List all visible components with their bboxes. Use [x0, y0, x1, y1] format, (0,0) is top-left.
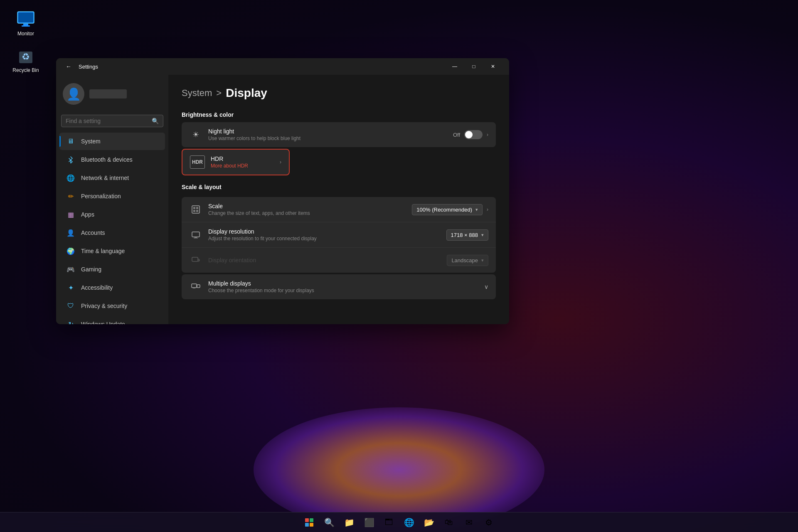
window-title: Settings	[79, 64, 98, 70]
search-icon: 🔍	[152, 118, 159, 124]
desktop-icon-monitor[interactable]: Monitor	[9, 9, 42, 37]
recycle-label: Recycle Bin	[12, 67, 39, 73]
resolution-control: 1718 × 888 ▾	[446, 229, 488, 241]
taskbar-widgets[interactable]: 🗔	[380, 513, 398, 532]
orientation-dropdown[interactable]: Landscape ▾	[447, 255, 488, 266]
sidebar-item-time[interactable]: 🌍 Time & language	[59, 242, 165, 260]
maximize-button[interactable]: □	[464, 60, 483, 73]
orientation-control: Landscape ▾	[447, 255, 488, 266]
svg-text:♻: ♻	[22, 52, 30, 62]
breadcrumb-row: System > Display	[182, 86, 496, 100]
personalization-icon: ✏	[66, 192, 75, 201]
title-bar: ← Settings — □ ✕	[56, 58, 509, 75]
multiple-displays-expand-icon: ∨	[484, 283, 488, 290]
taskbar: 🔍 📁 ⬛ 🗔 🌐 📂 🛍 ✉ ⚙	[0, 512, 798, 532]
taskbar-search[interactable]: 🔍	[320, 513, 338, 532]
window-body: 👤 🔍 🖥 System Bluetooth & d	[56, 75, 509, 324]
resolution-dropdown[interactable]: 1718 × 888 ▾	[446, 229, 488, 241]
gaming-icon: 🎮	[66, 265, 75, 274]
orientation-text: Display orientation	[208, 257, 441, 264]
sidebar-item-accounts[interactable]: 👤 Accounts	[59, 224, 165, 241]
scale-title: Scale	[208, 203, 406, 209]
toggle-thumb	[465, 131, 473, 138]
taskbar-settings[interactable]: ⚙	[480, 513, 498, 532]
scale-text: Scale Change the size of text, apps, and…	[208, 203, 406, 216]
username-block	[89, 89, 127, 99]
mail-icon: ✉	[466, 517, 473, 527]
svg-rect-15	[192, 284, 197, 288]
svg-rect-8	[196, 207, 198, 209]
sidebar-item-network[interactable]: 🌐 Network & internet	[59, 169, 165, 187]
accessibility-icon: ✦	[66, 283, 75, 292]
resolution-dropdown-chevron: ▾	[481, 232, 484, 238]
close-button[interactable]: ✕	[483, 60, 502, 73]
night-light-row[interactable]: ☀ Night light Use warmer colors to help …	[182, 122, 496, 147]
explorer-icon: 📂	[424, 517, 434, 527]
night-light-title: Night light	[208, 128, 447, 135]
sidebar-item-privacy[interactable]: 🛡 Privacy & security	[59, 297, 165, 315]
sidebar-label-windows-update: Windows Update	[81, 321, 125, 324]
svg-rect-11	[192, 232, 200, 237]
minimize-button[interactable]: —	[445, 60, 464, 73]
scale-icon	[189, 203, 202, 216]
hdr-row[interactable]: HDR HDR More about HDR ›	[182, 150, 289, 175]
page-header: System > Display	[182, 86, 496, 100]
resolution-title: Display resolution	[208, 228, 441, 235]
sidebar-item-accessibility[interactable]: ✦ Accessibility	[59, 279, 165, 296]
breadcrumb-system: System	[182, 88, 212, 99]
recycle-icon: ♻	[16, 46, 36, 66]
multiple-displays-card: Multiple displays Choose the presentatio…	[182, 274, 496, 299]
windows-icon	[305, 518, 313, 527]
start-button[interactable]	[300, 513, 318, 532]
back-button[interactable]: ←	[63, 61, 74, 72]
taskbar-mail[interactable]: ✉	[460, 513, 478, 532]
taskbar-store[interactable]: 🛍	[440, 513, 458, 532]
night-light-control: Off ›	[453, 130, 488, 139]
title-bar-left: ← Settings	[63, 61, 98, 72]
svg-rect-12	[195, 237, 197, 238]
search-icon-taskbar: 🔍	[324, 517, 335, 527]
svg-rect-16	[193, 288, 195, 288]
system-icon: 🖥	[66, 137, 75, 146]
svg-rect-7	[193, 207, 195, 209]
svg-rect-9	[193, 210, 195, 212]
hdr-text: HDR More about HDR	[211, 155, 274, 169]
search-input[interactable]	[66, 118, 148, 124]
scale-row[interactable]: Scale Change the size of text, apps, and…	[182, 197, 496, 222]
taskbar-explorer[interactable]: 📂	[420, 513, 438, 532]
sidebar-item-bluetooth[interactable]: Bluetooth & devices	[59, 151, 165, 168]
sidebar-item-system[interactable]: 🖥 System	[59, 133, 165, 150]
orientation-row[interactable]: Display orientation Landscape ▾	[182, 248, 496, 273]
night-light-chevron: ›	[487, 132, 488, 138]
sidebar-item-apps[interactable]: ▦ Apps	[59, 206, 165, 223]
taskbar-taskview[interactable]: ⬛	[360, 513, 378, 532]
svg-rect-17	[197, 285, 200, 288]
taskview-icon: ⬛	[364, 517, 374, 527]
sidebar-label-system: System	[81, 138, 101, 145]
multiple-displays-text: Multiple displays Choose the presentatio…	[208, 280, 478, 293]
hdr-control: ›	[280, 159, 281, 165]
taskbar-edge[interactable]: 🌐	[400, 513, 418, 532]
night-light-subtitle: Use warmer colors to help block blue lig…	[208, 135, 447, 141]
svg-rect-1	[18, 12, 33, 22]
resolution-value: 1718 × 888	[451, 232, 478, 238]
accounts-icon: 👤	[66, 228, 75, 237]
scale-dropdown[interactable]: 100% (Recommended) ▾	[412, 204, 483, 215]
multiple-displays-row[interactable]: Multiple displays Choose the presentatio…	[182, 274, 496, 299]
svg-rect-13	[194, 238, 198, 239]
sidebar-label-apps: Apps	[81, 211, 94, 218]
sidebar-item-personalization[interactable]: ✏ Personalization	[59, 187, 165, 205]
desktop-icon-recycle[interactable]: ♻ Recycle Bin	[9, 46, 42, 73]
taskbar-files[interactable]: 📁	[340, 513, 358, 532]
settings-window: ← Settings — □ ✕ 👤 🔍	[56, 58, 509, 324]
avatar: 👤	[63, 83, 84, 105]
resolution-row[interactable]: Display resolution Adjust the resolution…	[182, 222, 496, 248]
sidebar-item-gaming[interactable]: 🎮 Gaming	[59, 261, 165, 278]
time-icon: 🌍	[66, 246, 75, 256]
night-light-toggle[interactable]	[464, 130, 483, 139]
windows-update-icon: ↻	[66, 320, 75, 324]
sidebar-item-windows-update[interactable]: ↻ Windows Update	[59, 315, 165, 324]
hdr-card[interactable]: HDR HDR More about HDR ›	[182, 149, 290, 175]
search-box[interactable]: 🔍	[61, 115, 163, 127]
night-light-text: Night light Use warmer colors to help bl…	[208, 128, 447, 141]
